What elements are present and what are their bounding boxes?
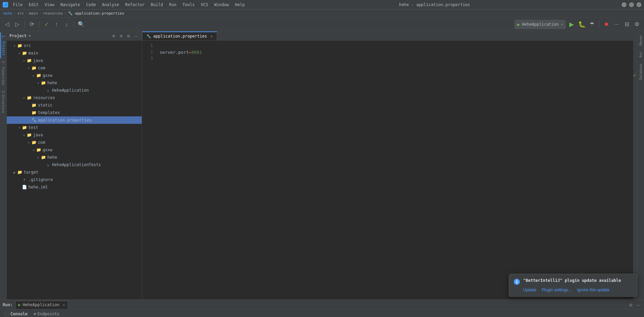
tree-item-static[interactable]: 📁 static: [7, 101, 142, 109]
tree-item-java[interactable]: ▾ 📁 java: [7, 57, 142, 64]
plugin-notification: i "BetterIntelliJ" plugin update availab…: [509, 274, 637, 297]
folder-icon-gxxw: 📁: [36, 73, 41, 78]
panel-settings-btn[interactable]: ⚙: [125, 33, 132, 39]
menu-build[interactable]: Build: [148, 2, 166, 8]
line-num-1: 1: [142, 43, 153, 49]
tree-item-com[interactable]: ▾ 📁 com: [7, 64, 142, 72]
sidebar-tab-structure[interactable]: Z-Structure: [1, 88, 6, 116]
notif-plugin-settings-btn[interactable]: Plugin settings...: [542, 288, 572, 292]
console-tab-console[interactable]: ⬛ Console: [1, 311, 30, 317]
sidebar-tab-maven[interactable]: Maven: [638, 32, 643, 48]
locate-file-btn[interactable]: ⊕: [111, 33, 117, 39]
tree-item-test-com[interactable]: ▾ 📁 com: [7, 139, 142, 146]
close-button[interactable]: ✕: [637, 2, 641, 7]
tree-item-test[interactable]: ▾ 📁 test: [7, 124, 142, 131]
notif-title: "BetterIntelliJ" plugin update available: [523, 278, 621, 283]
toolbar-sep3: [74, 21, 74, 28]
toolbar-pull-btn[interactable]: ↓: [62, 20, 71, 29]
tree-item-resources[interactable]: ▾ 📁 resources: [7, 94, 142, 101]
toolbar-search-btn[interactable]: 🔍: [77, 20, 86, 29]
tab-close-app-props[interactable]: ✕: [210, 34, 213, 39]
tree-item-gitignore[interactable]: ⚬ .gitignore: [7, 176, 142, 183]
menu-window[interactable]: Window: [211, 2, 231, 8]
toolbar-push-btn[interactable]: ↑: [52, 20, 61, 29]
toolbar-commit-btn[interactable]: ✓: [42, 20, 51, 29]
tree-label-static: static: [38, 103, 52, 108]
menu-edit[interactable]: Edit: [26, 2, 41, 8]
editor-scrollbar[interactable]: [633, 41, 637, 299]
tree-item-hehe-tests[interactable]: ☕ HeheApplicationTests: [7, 161, 142, 168]
bc-part-main[interactable]: main: [29, 11, 38, 16]
toolbar-more-btn[interactable]: ⋯: [612, 20, 621, 29]
debug-button[interactable]: 🐛: [577, 20, 586, 29]
menu-file[interactable]: File: [10, 2, 25, 8]
right-sidebar: Maven Ant Database: [637, 31, 644, 299]
coverage-button[interactable]: ☂: [588, 20, 596, 29]
menu-code[interactable]: Code: [84, 2, 99, 8]
run-tab-hehe[interactable]: ▶ HeheApplication ✕: [15, 301, 68, 309]
panel-caret[interactable]: ▾: [29, 33, 31, 38]
menu-analyze[interactable]: Analyze: [99, 2, 122, 8]
run-tab-close[interactable]: ✕: [63, 303, 65, 307]
bottom-panel: Run: ▶ HeheApplication ✕ ⚙ — ⬛ Console ⊛…: [0, 299, 644, 317]
tree-label-hehe-src: hehe: [47, 81, 57, 85]
toolbar-layout-btn[interactable]: ⊟: [622, 20, 631, 29]
editor-area: 🔧 application.properties ✕ 1 2 3 server.…: [142, 31, 637, 299]
menu-navigate[interactable]: Navigate: [58, 2, 83, 8]
sidebar-tab-database[interactable]: Database: [638, 61, 643, 83]
tree-item-test-gxxw[interactable]: ▾ 📁 gxxw: [7, 146, 142, 154]
tree-label-templates: templates: [38, 110, 60, 115]
toolbar-settings-btn[interactable]: ⚙: [632, 20, 641, 29]
tree-item-templates[interactable]: 📁 templates: [7, 109, 142, 116]
maximize-button[interactable]: □: [629, 2, 634, 7]
sidebar-tab-project[interactable]: 1: Project: [0, 32, 6, 58]
tree-label-test-hehe: hehe: [47, 155, 57, 160]
sidebar-tab-ant[interactable]: Ant: [638, 49, 643, 60]
tree-item-hehe-src[interactable]: ▾ 📁 hehe: [7, 79, 142, 87]
stop-button[interactable]: ■: [602, 20, 611, 29]
tree-item-gxxw[interactable]: ▾ 📁 gxxw: [7, 72, 142, 79]
editor-tab-app-props[interactable]: 🔧 application.properties ✕: [142, 31, 217, 40]
menu-vcs[interactable]: VCS: [198, 2, 211, 8]
notif-ignore-btn[interactable]: Ignore this update: [577, 288, 610, 292]
editor-content[interactable]: 1 2 3 server.port=8081: [142, 41, 637, 299]
minimize-button[interactable]: ─: [622, 2, 626, 7]
run-button[interactable]: ▶: [567, 20, 576, 29]
menu-refactor[interactable]: Refactor: [122, 2, 147, 8]
tree-item-src[interactable]: ▾ 📁 src: [7, 42, 142, 49]
tree-item-iml[interactable]: 📄 hehe.iml: [7, 183, 142, 191]
bottom-minimize-btn[interactable]: —: [635, 302, 641, 308]
panel-close-btn[interactable]: —: [133, 33, 139, 39]
tree-item-target[interactable]: ▶ 📁 target: [7, 168, 142, 176]
folder-icon-test-gxxw: 📁: [36, 147, 41, 153]
menu-help[interactable]: Help: [232, 2, 248, 8]
toolbar-sync-btn[interactable]: ⟳: [27, 20, 36, 29]
menu-tools[interactable]: Tools: [180, 2, 198, 8]
menu-view[interactable]: View: [42, 2, 57, 8]
run-config-selector[interactable]: ▶ HeheApplication ▾: [514, 20, 566, 29]
left-sidebar: 1: Project 2: Favorites Z-Structure: [0, 31, 7, 299]
bc-part-file[interactable]: 🔧 application.properties: [68, 11, 124, 16]
menu-run[interactable]: Run: [166, 2, 179, 8]
bc-part-src[interactable]: src: [17, 11, 24, 16]
tree-item-test-hehe[interactable]: ▾ 📁 hehe: [7, 154, 142, 161]
bottom-settings-btn[interactable]: ⚙: [628, 302, 634, 308]
tree-item-test-java[interactable]: ▾ 📁 java: [7, 131, 142, 139]
line-num-2: 2: [142, 49, 153, 55]
bc-part-resources[interactable]: resources: [43, 11, 63, 16]
java-icon-hehe-app: ☕: [45, 88, 51, 93]
toolbar-forward-btn[interactable]: ▷: [13, 20, 22, 29]
tree-item-hehe-app[interactable]: ☕ HeheApplication: [7, 87, 142, 94]
tree-arrow-resources: ▾: [22, 96, 26, 100]
notif-info-icon: i: [514, 279, 520, 285]
sidebar-tab-favorites[interactable]: 2: Favorites: [1, 58, 6, 88]
tree-item-app-props[interactable]: 🔧 application.properties: [7, 116, 142, 124]
code-editor[interactable]: server.port=8081: [156, 41, 633, 299]
bc-part-hehe[interactable]: hehe: [3, 11, 13, 16]
toolbar-back-btn[interactable]: ◁: [3, 20, 12, 29]
collapse-all-btn[interactable]: ≡: [118, 33, 124, 39]
tree-item-main[interactable]: ▾ 📁 main: [7, 49, 142, 57]
console-tab-endpoints[interactable]: ⊛ Endpoints: [31, 311, 62, 317]
window-title: hehe - application.properties: [399, 2, 470, 7]
notif-update-btn[interactable]: Update: [523, 288, 536, 292]
